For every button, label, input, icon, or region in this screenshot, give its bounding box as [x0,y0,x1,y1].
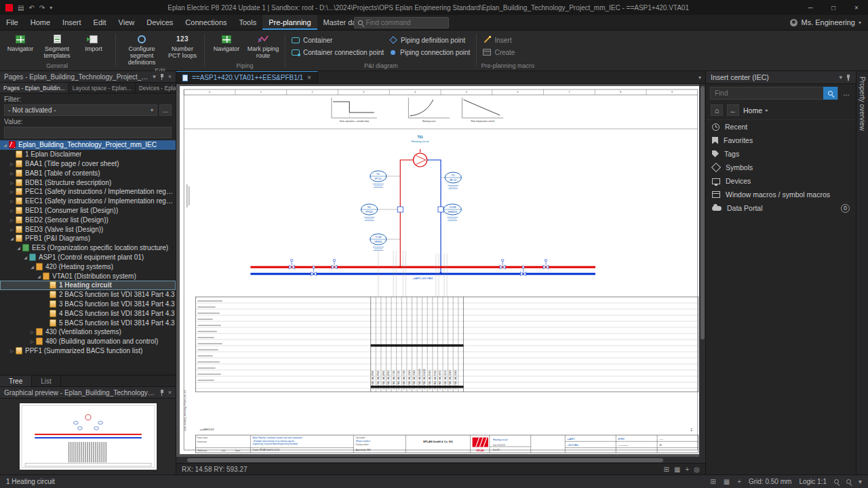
tree-item-480-building-automation-and-control[interactable]: ▷480 (Building automation and control) [0,337,176,346]
chevron-down-icon[interactable]: ◢ [28,264,36,269]
menu-tab-connections[interactable]: Connections [179,15,233,30]
tree-item-bed1-consumer-list-design[interactable]: ▷BED1 (Consumer list (Design)) [0,206,176,216]
insert-macro-button[interactable]: Insert [481,35,517,45]
menu-tab-tools[interactable]: Tools [233,15,263,30]
piping-navigator-button[interactable]: Navigator [209,32,244,53]
move-icon[interactable]: + [685,466,689,473]
pin-icon[interactable] [846,75,851,81]
container-button[interactable]: Container [290,35,386,45]
search-button[interactable] [823,87,837,100]
number-pct-loops-button[interactable]: 123 Number PCT loops [165,32,200,60]
pin-icon[interactable] [159,390,165,396]
grid-toggle-icon[interactable]: ⊞ [710,478,715,485]
more-options-icon[interactable]: … [841,89,852,97]
graphical-preview[interactable] [20,403,157,470]
tab-list[interactable]: List [32,375,61,386]
tree-item-vta01-distribution-system[interactable]: ◢VTA01 (Distribution system) [0,271,176,281]
tab-layout-space[interactable]: Layout space - Eplan... [69,83,136,93]
home-icon[interactable]: ⌂ [711,104,723,116]
vertical-scrollbar[interactable] [699,84,705,457]
tree-item-bab1-table-of-contents[interactable]: ▷BAB1 (Table of contents) [0,168,176,178]
tree-item-430-ventilation-systems[interactable]: ▷430 (Ventilation systems) [0,327,176,337]
insert-center-item-data-portal[interactable]: Data Portal0 [706,201,856,215]
filter-dropdown[interactable]: - Not activated - ▾ [4,104,157,116]
chevron-right-icon[interactable]: ▷ [8,208,16,213]
close-button[interactable]: × [845,0,868,15]
document-tab[interactable]: ==ASP1+420.VTA01++EES&PFB1/1 × [176,71,318,83]
insert-center-item-tags[interactable]: Tags [706,147,856,161]
chevron-right-icon[interactable]: ▷ [28,339,36,344]
menu-tab-pre-planning[interactable]: Pre-planning [262,15,317,30]
horizontal-scrollbar[interactable] [176,457,705,463]
undo-icon[interactable]: ↶ [28,4,34,12]
tree-item-4-bacs-function-list-vdi-3814-part-4-3[interactable]: 4 BACS function list VDI 3814 Part 4.3 [0,308,176,318]
redo-icon[interactable]: ↷ [39,4,45,12]
snap-icon[interactable]: ▦ [674,466,680,473]
segment-templates-button[interactable]: Segment templates [39,32,75,60]
zoom-out-icon[interactable] [846,479,851,484]
tree-item-bed3-valve-list-design[interactable]: ▷BED3 (Valve list (Design)) [0,224,176,234]
navigator-button[interactable]: Navigator [3,32,38,53]
close-icon[interactable]: × [168,73,172,80]
tab-overflow-icon[interactable]: ▾ [698,75,705,81]
move-icon[interactable]: + [737,478,741,485]
command-search[interactable] [354,17,449,28]
tab-tree[interactable]: Tree [0,375,32,386]
insert-center-item-devices[interactable]: Devices [706,174,856,188]
command-search-input[interactable] [366,19,445,26]
quick-access-dropdown-icon[interactable]: ▾ [50,5,52,11]
tree-item-bed2-sensor-list-design[interactable]: ▷BED2 (Sensor list (Design)) [0,215,176,224]
zoom-in-icon[interactable] [834,479,839,484]
value-input[interactable] [4,127,172,138]
tree-item-3-bacs-function-list-vdi-3814-part-4-3[interactable]: 3 BACS function list VDI 3814 Part 4.3 [0,300,176,309]
chevron-right-icon[interactable]: ▷ [8,189,16,194]
tree-item-pfb1-p-i-diagrams[interactable]: ◢PFB1 (P&I Diagrams) [0,234,176,243]
chevron-down-icon[interactable]: ◢ [8,236,16,241]
maximize-button[interactable]: □ [822,0,845,15]
insert-center-search[interactable] [710,87,838,100]
create-macro-button[interactable]: Create [481,47,517,57]
menu-tab-home[interactable]: Home [24,15,56,30]
chevron-down-icon[interactable]: ▾ [839,74,842,81]
minimize-button[interactable]: ─ [799,0,822,15]
chevron-right-icon[interactable]: ▷ [8,218,16,222]
back-arrow-icon[interactable]: ← [727,104,739,116]
chevron-right-icon[interactable]: ▷ [8,180,16,185]
tree-item-420-heating-systems[interactable]: ◢420 (Heating systems) [0,262,176,271]
menu-tab-view[interactable]: View [113,15,141,30]
insert-center-item-recent[interactable]: Recent [706,120,856,134]
breadcrumb-home[interactable]: Home [743,106,762,115]
close-icon[interactable]: × [307,74,311,81]
tree-item-asp1-control-equipment-plant-01[interactable]: ◢ASP1 (Control equipment plant 01) [0,253,176,262]
configure-segment-definitions-button[interactable]: Configure segment definitions [120,32,163,66]
scrollbar-thumb[interactable] [187,458,663,462]
insert-center-item-favorites[interactable]: Favorites [706,134,856,147]
piping-connection-point-button[interactable]: Piping connection point [387,47,472,57]
tree-item-ppf1-summarized-bacs-function-list[interactable]: ▷PPF1 (Summarized BACS function list) [0,346,176,356]
tree-item-eplan-building-technology-project-mm-iec[interactable]: ◢Eplan_Building_Technology_Project_mm_IE… [0,140,176,150]
tab-devices[interactable]: Devices - Eplan_Build... [136,83,176,93]
menu-tab-devices[interactable]: Devices [140,15,179,30]
chevron-down-icon[interactable]: ◢ [1,142,9,147]
tree-item-pec1-safety-instructions-implementation-[interactable]: ▷PEC1 (Safety instructions / Implementat… [0,187,176,197]
chevron-down-icon[interactable]: ◢ [22,255,29,260]
tree-item-2-bacs-function-list-vdi-3814-part-4-3[interactable]: 2 BACS function list VDI 3814 Part 4.3 [0,290,176,300]
drawing-canvas-area[interactable]: 0123456789 Eplan_Building_Technology_Pro… [176,84,705,457]
close-icon[interactable]: × [168,389,172,396]
tree-item-baa1-title-page-cover-sheet[interactable]: ▷BAA1 (Title page / cover sheet) [0,159,176,169]
chevron-right-icon[interactable]: ▷ [8,348,16,353]
tree-item-eec1-safety-instructions-implementation-[interactable]: ▷EEC1 (Safety instructions / Implementat… [0,197,176,206]
chevron-down-icon[interactable]: ▾ [153,73,156,80]
tree-item-1-eplan-disclaimer[interactable]: 1 Eplan Disclaimer [0,150,176,159]
menu-tab-insert[interactable]: Insert [56,15,87,30]
save-icon[interactable]: ▤ [18,4,24,12]
tab-pages[interactable]: Pages - Eplan_Buildin... [0,83,69,93]
snap-toggle-icon[interactable]: ▦ [724,478,730,485]
insert-center-item-symbols[interactable]: Symbols [706,161,856,174]
menu-tab-edit[interactable]: Edit [87,15,113,30]
container-connection-point-button[interactable]: Container connection point [290,47,386,57]
import-button[interactable]: Import [76,32,111,53]
pin-icon[interactable] [159,74,165,80]
chevron-down-icon[interactable]: ▾ [859,478,862,485]
mark-piping-route-button[interactable]: Mark piping route [245,32,281,60]
